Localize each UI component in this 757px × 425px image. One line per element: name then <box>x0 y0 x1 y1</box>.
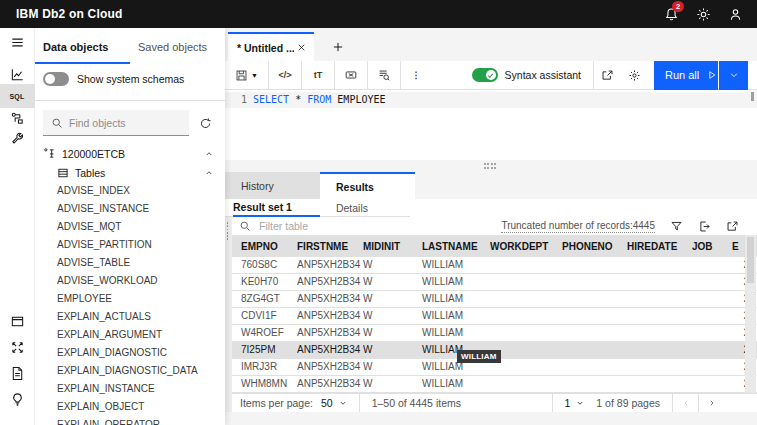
plus-icon <box>332 41 344 53</box>
overflow-menu-button[interactable]: ⋮ <box>401 61 431 89</box>
rail-item-monitor[interactable] <box>0 64 35 84</box>
panel-resize-divider <box>225 160 757 172</box>
user-menu-button[interactable] <box>719 0 751 28</box>
code-snippet-button[interactable]: </> <box>269 61 302 89</box>
editor-settings-button[interactable] <box>621 61 648 89</box>
filter-funnel-icon[interactable] <box>670 220 683 233</box>
tree-item-table[interactable]: ADVISE_INSTANCE <box>35 200 225 218</box>
rail-item-scale[interactable] <box>0 337 35 357</box>
text-case-button[interactable]: tT <box>302 61 335 89</box>
column-header[interactable]: WORKDEPT <box>490 241 562 252</box>
column-header[interactable]: HIREDATE <box>627 241 692 252</box>
subtab-result-set-1[interactable]: Result set 1 <box>233 199 320 217</box>
table-cell: 760S8C <box>241 257 297 273</box>
table-cell <box>627 376 692 392</box>
run-options-button[interactable] <box>719 61 748 90</box>
table-cell: WILLIAM <box>422 376 490 392</box>
validate-button[interactable] <box>368 61 401 89</box>
subtab-details[interactable]: Details <box>320 199 384 216</box>
tree-item-table[interactable]: EXPLAIN_OPERATOR <box>35 416 225 425</box>
tree-item-table[interactable]: EXPLAIN_ACTUALS <box>35 308 225 326</box>
column-header[interactable]: FIRSTNME <box>297 241 363 252</box>
tree-item-table[interactable]: ADVISE_MQT <box>35 218 225 236</box>
table-cell: ANP5XH2B34 <box>297 342 363 358</box>
schema-name: 120000ETCB <box>62 148 125 160</box>
table-row[interactable]: 8ZG4GTANP5XH2B34WWILLIAM2 <box>225 291 757 308</box>
open-in-new-button[interactable] <box>594 61 621 89</box>
launch-icon[interactable] <box>726 220 739 233</box>
tree-item-table[interactable]: ADVISE_TABLE <box>35 254 225 272</box>
editor-tab-untitled[interactable]: * Untitled ... <box>228 32 314 61</box>
page-number-select[interactable]: 1 <box>565 397 585 409</box>
rail-item-data[interactable] <box>0 108 35 128</box>
chevron-up-icon[interactable] <box>205 150 213 158</box>
editor-scrollbar-thumb[interactable] <box>751 92 754 101</box>
items-per-page-select[interactable]: 50 <box>321 397 347 409</box>
rail-item-tools[interactable] <box>0 128 35 148</box>
column-header[interactable]: JOB <box>692 241 732 252</box>
filter-table-input[interactable] <box>259 220 409 232</box>
save-button[interactable]: ▼ <box>225 61 269 89</box>
tab-data-objects[interactable]: Data objects <box>35 32 130 64</box>
tree-item-tables-group[interactable]: Tables <box>35 163 225 182</box>
tab-saved-objects[interactable]: Saved objects <box>130 32 225 64</box>
tree-item-table[interactable]: EXPLAIN_ARGUMENT <box>35 326 225 344</box>
column-header[interactable]: LASTNAME <box>422 241 490 252</box>
theme-toggle-button[interactable] <box>687 0 719 28</box>
next-page-button[interactable] <box>698 394 724 412</box>
table-cell <box>627 274 692 290</box>
table-scrollbar[interactable] <box>745 235 756 393</box>
column-header[interactable]: PHONENO <box>562 241 627 252</box>
table-cell: ANP5XH2B34 <box>297 376 363 392</box>
table-cell: CDVI1F <box>241 308 297 324</box>
tree-item-table[interactable]: EXPLAIN_INSTANCE <box>35 380 225 398</box>
format-button[interactable] <box>335 61 368 89</box>
export-icon[interactable] <box>698 220 711 233</box>
tree-item-table[interactable]: EXPLAIN_DIAGNOSTIC <box>35 344 225 362</box>
rail-item-ideas[interactable] <box>0 389 35 409</box>
find-objects-input[interactable] <box>69 117 181 129</box>
save-options-caret[interactable]: ▼ <box>251 72 258 79</box>
table-row[interactable]: W4ROEFANP5XH2B34WWILLIAM2 <box>225 325 757 342</box>
result-subtabs: Result set 1 Details <box>225 199 410 217</box>
scrollbar-thumb[interactable] <box>747 237 754 283</box>
notifications-button[interactable]: 2 <box>655 0 687 28</box>
previous-page-button[interactable] <box>672 394 698 412</box>
search-icon <box>239 220 251 232</box>
column-resize-handle[interactable] <box>225 222 231 240</box>
resize-handle[interactable] <box>484 163 499 169</box>
table-cell <box>627 342 692 358</box>
tree-item-schema[interactable]: 120000ETCB <box>35 144 225 163</box>
chevron-up-icon[interactable] <box>205 169 213 177</box>
sql-editor[interactable]: 1 SELECT * FROM EMPLOYEE <box>225 90 757 160</box>
tree-item-table[interactable]: EXPLAIN_OBJECT <box>35 398 225 416</box>
sql-code-line[interactable]: SELECT * FROM EMPLOYEE <box>253 92 386 108</box>
page-number-value: 1 <box>565 397 571 409</box>
table-row[interactable]: KE0H70ANP5XH2B34WWILLIAM2 <box>225 274 757 291</box>
table-cell: ANP5XH2B34 <box>297 308 363 324</box>
tree-item-table[interactable]: ADVISE_PARTITION <box>35 236 225 254</box>
column-header[interactable]: MIDINIT <box>363 241 422 252</box>
menu-button[interactable] <box>0 32 35 52</box>
tab-history[interactable]: History <box>225 172 320 199</box>
rail-item-console[interactable] <box>0 311 35 331</box>
table-row[interactable]: WHM8MNANP5XH2B34WWILLIAM2 <box>225 376 757 393</box>
tree-item-table[interactable]: EXPLAIN_DIAGNOSTIC_DATA <box>35 362 225 380</box>
close-icon[interactable] <box>294 41 308 55</box>
run-all-button[interactable]: Run all <box>654 61 718 90</box>
rail-item-docs[interactable] <box>0 363 35 383</box>
new-tab-button[interactable] <box>323 32 353 61</box>
results-table-body: 760S8CANP5XH2B34WWILLIAM2KE0H70ANP5XH2B3… <box>225 257 757 393</box>
tables-group-label: Tables <box>75 167 105 179</box>
table-row[interactable]: CDVI1FANP5XH2B34WWILLIAM2 <box>225 308 757 325</box>
tree-item-table[interactable]: EMPLOYEE <box>35 290 225 308</box>
rail-item-sql-editor[interactable]: SQL <box>0 84 35 108</box>
syntax-assistant-toggle[interactable] <box>472 68 498 82</box>
show-system-schemas-toggle[interactable] <box>43 72 69 86</box>
refresh-objects-button[interactable] <box>193 111 217 135</box>
column-header[interactable]: EMPNO <box>241 241 297 252</box>
table-row[interactable]: 760S8CANP5XH2B34WWILLIAM2 <box>225 257 757 274</box>
tree-item-table[interactable]: ADVISE_WORKLOAD <box>35 272 225 290</box>
tree-item-table[interactable]: ADVISE_INDEX <box>35 182 225 200</box>
tab-results[interactable]: Results <box>320 172 415 199</box>
